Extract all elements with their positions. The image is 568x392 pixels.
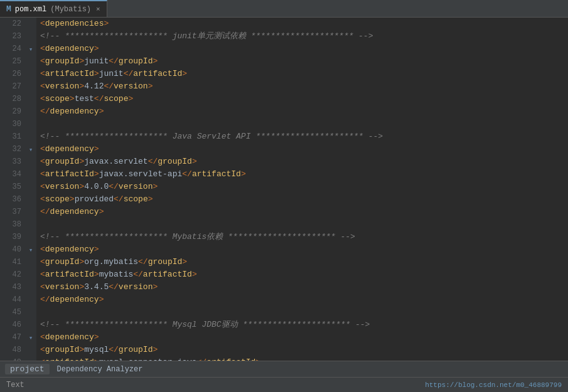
code-line: </dependency> bbox=[40, 206, 568, 218]
line-number: 22 bbox=[0, 18, 21, 30]
code-line: <dependency> bbox=[40, 243, 568, 256]
gutter-item[interactable]: ▾ bbox=[25, 331, 36, 344]
line-number: 40 bbox=[0, 243, 21, 256]
text-mode-label[interactable]: Text bbox=[6, 381, 24, 389]
line-number: 45 bbox=[0, 306, 21, 319]
line-number: 38 bbox=[0, 218, 21, 231]
code-line: <groupId>mysql</groupId> bbox=[40, 344, 568, 356]
status-left: Text bbox=[6, 381, 24, 389]
gutter-item bbox=[25, 306, 36, 319]
gutter-item[interactable]: ▾ bbox=[25, 243, 36, 256]
line-number: 26 bbox=[0, 68, 21, 80]
gutter-item bbox=[25, 206, 36, 218]
line-number: 32 bbox=[0, 143, 21, 156]
line-number: 33 bbox=[0, 156, 21, 168]
gutter-item bbox=[25, 356, 36, 361]
line-number: 24 bbox=[0, 43, 21, 55]
code-line: <groupId>junit</groupId> bbox=[40, 55, 568, 68]
gutter-item bbox=[25, 156, 36, 168]
code-line: <dependency> bbox=[40, 143, 568, 156]
line-number: 35 bbox=[0, 181, 21, 193]
line-number: 46 bbox=[0, 319, 21, 331]
code-line: </dependency> bbox=[40, 105, 568, 118]
code-line: <dependencies> bbox=[40, 18, 568, 30]
bottom-panel: project Dependency Analyzer bbox=[0, 361, 568, 377]
gutter-item[interactable]: ▾ bbox=[25, 43, 36, 55]
line-number: 34 bbox=[0, 168, 21, 181]
gutter-item bbox=[25, 168, 36, 181]
code-line: </dependency> bbox=[40, 294, 568, 306]
code-line bbox=[40, 218, 568, 231]
gutter-item bbox=[25, 319, 36, 331]
code-line: <!-- ********************* Mysql JDBC驱动 … bbox=[40, 319, 568, 331]
code-line: <!-- ********************* Mybatis依赖 ***… bbox=[40, 231, 568, 243]
tab-project: (Mybatis) bbox=[50, 5, 91, 14]
gutter-item bbox=[25, 231, 36, 243]
code-line: <artifactId>javax.servlet-api</artifactI… bbox=[40, 168, 568, 181]
line-numbers: 2223242526272829303132333435363738394041… bbox=[0, 18, 25, 361]
gutter-item[interactable]: ▾ bbox=[25, 143, 36, 156]
line-number: 29 bbox=[0, 105, 21, 118]
line-number: 41 bbox=[0, 256, 21, 268]
code-line bbox=[40, 306, 568, 319]
gutter-item bbox=[25, 256, 36, 268]
code-line bbox=[40, 118, 568, 130]
gutter-item bbox=[25, 218, 36, 231]
project-tab[interactable]: project bbox=[5, 364, 50, 374]
gutter-item bbox=[25, 181, 36, 193]
line-number: 49 bbox=[0, 356, 21, 361]
dependency-analyzer-tab[interactable]: Dependency Analyzer bbox=[52, 364, 148, 374]
code-line: <artifactId>junit</artifactId> bbox=[40, 68, 568, 80]
gutter-item bbox=[25, 130, 36, 143]
gutter-item bbox=[25, 344, 36, 356]
tab-pom-xml[interactable]: M pom.xml (Mybatis) × bbox=[0, 0, 107, 17]
line-number: 44 bbox=[0, 294, 21, 306]
gutter-item bbox=[25, 105, 36, 118]
code-line: <artifactId>mysql-connector-java</artifa… bbox=[40, 356, 568, 361]
line-number: 31 bbox=[0, 130, 21, 143]
status-bar: Text https://blog.csdn.net/m0_46889799 bbox=[0, 377, 568, 392]
line-number: 25 bbox=[0, 55, 21, 68]
tab-filename: pom.xml bbox=[15, 5, 46, 14]
code-line: <artifactId>mybatis</artifactId> bbox=[40, 268, 568, 281]
gutter-item bbox=[25, 80, 36, 93]
editor: 2223242526272829303132333435363738394041… bbox=[0, 18, 568, 361]
code-line: <groupId>org.mybatis</groupId> bbox=[40, 256, 568, 268]
line-number: 27 bbox=[0, 80, 21, 93]
line-number: 43 bbox=[0, 281, 21, 294]
code-line: <scope>provided</scope> bbox=[40, 193, 568, 206]
gutter-item bbox=[25, 55, 36, 68]
gutter-item bbox=[25, 294, 36, 306]
gutter-item bbox=[25, 18, 36, 30]
line-number: 30 bbox=[0, 118, 21, 130]
code-line: <dependency> bbox=[40, 331, 568, 344]
line-number: 47 bbox=[0, 331, 21, 344]
gutter-item bbox=[25, 281, 36, 294]
gutter-item bbox=[25, 193, 36, 206]
line-number: 28 bbox=[0, 93, 21, 105]
line-number: 48 bbox=[0, 344, 21, 356]
gutter-item bbox=[25, 93, 36, 105]
code-line: <dependency> bbox=[40, 43, 568, 55]
line-number: 37 bbox=[0, 206, 21, 218]
gutter: ▾▾▾▾ bbox=[25, 18, 36, 361]
line-number: 23 bbox=[0, 30, 21, 43]
code-line: <version>3.4.5</version> bbox=[40, 281, 568, 294]
code-line: <scope>test</scope> bbox=[40, 93, 568, 105]
gutter-item bbox=[25, 268, 36, 281]
line-number: 42 bbox=[0, 268, 21, 281]
line-number: 39 bbox=[0, 231, 21, 243]
tab-close-button[interactable]: × bbox=[96, 6, 100, 13]
status-url: https://blog.csdn.net/m0_46889799 bbox=[425, 381, 562, 389]
tab-icon: M bbox=[6, 4, 11, 14]
tab-bar: M pom.xml (Mybatis) × bbox=[0, 0, 568, 18]
code-line: <groupId>javax.servlet</groupId> bbox=[40, 156, 568, 168]
code-area[interactable]: <dependencies> <!-- ********************… bbox=[36, 18, 568, 361]
code-line: <!-- ********************* junit单元测试依赖 *… bbox=[40, 30, 568, 43]
gutter-item bbox=[25, 30, 36, 43]
gutter-item bbox=[25, 118, 36, 130]
code-line: <!-- ********************* Java Servlet … bbox=[40, 130, 568, 143]
code-line: <version>4.12</version> bbox=[40, 80, 568, 93]
code-line: <version>4.0.0</version> bbox=[40, 181, 568, 193]
line-number: 36 bbox=[0, 193, 21, 206]
